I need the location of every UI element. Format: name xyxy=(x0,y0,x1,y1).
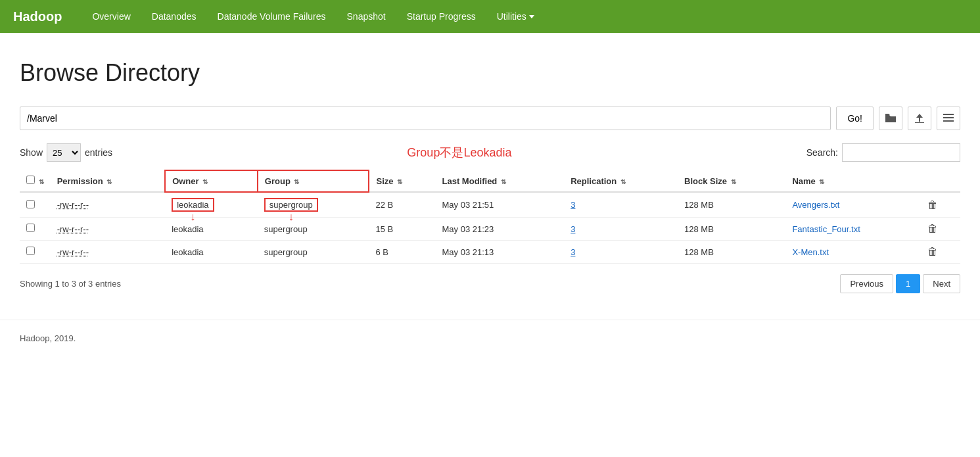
next-button[interactable]: Next xyxy=(923,274,960,293)
col-actions xyxy=(921,170,960,192)
row2-checkbox[interactable] xyxy=(26,224,35,232)
row3-size: 6 B xyxy=(369,241,435,264)
nav-utilities[interactable]: Utilities xyxy=(486,11,548,22)
nav-dvf[interactable]: Datanode Volume Failures xyxy=(207,0,337,33)
row3-checkbox[interactable] xyxy=(26,247,35,255)
col-replication[interactable]: Replication ⇅ xyxy=(564,170,678,192)
row2-checkbox-cell xyxy=(20,218,51,241)
show-entries: Show 25 10 50 100 entries xyxy=(20,143,112,162)
row1-owner: leokadia ↓ xyxy=(165,192,258,218)
row1-lm: May 03 21:51 xyxy=(436,192,565,218)
svg-rect-0 xyxy=(943,114,954,115)
row3-group: supergroup xyxy=(258,241,369,264)
row2-lm: May 03 21:23 xyxy=(436,218,565,241)
footer-text: Hadoop, 2019. xyxy=(20,333,76,343)
select-all-col: ⇅ xyxy=(20,170,51,192)
row3-rep-link[interactable]: 3 xyxy=(571,247,575,257)
row2-size: 15 B xyxy=(369,218,435,241)
row3-owner: leokadia xyxy=(165,241,258,264)
row2-owner: leokadia xyxy=(165,218,258,241)
pagination: Previous 1 Next xyxy=(840,274,960,293)
row1-checkbox-cell xyxy=(20,192,51,218)
sort-icon-owner: ⇅ xyxy=(202,178,208,185)
sort-icon-name: ⇅ xyxy=(819,178,824,185)
utilities-caret-icon xyxy=(529,15,534,18)
nav-snapshot[interactable]: Snapshot xyxy=(337,0,396,33)
folder-open-button[interactable] xyxy=(879,107,902,130)
footer: Hadoop, 2019. xyxy=(0,320,980,356)
row1-rep-link[interactable]: 3 xyxy=(571,200,575,210)
upload-button[interactable] xyxy=(908,107,931,130)
col-name[interactable]: Name ⇅ xyxy=(785,170,921,192)
row2-group: supergroup xyxy=(258,218,369,241)
annotation-text: Group不是Leokadia xyxy=(407,145,511,160)
page-title: Browse Directory xyxy=(20,59,960,87)
file-table: ⇅ Permission ⇅ Owner ⇅ Group ⇅ Size ⇅ xyxy=(20,170,960,264)
row3-lm: May 03 21:13 xyxy=(436,241,565,264)
row1-permission: -rw-r--r-- xyxy=(51,192,166,218)
row2-permission: -rw-r--r-- xyxy=(51,218,166,241)
row1-replication: 3 xyxy=(564,192,678,218)
col-permission[interactable]: Permission ⇅ xyxy=(51,170,166,192)
col-group[interactable]: Group ⇅ xyxy=(258,170,369,192)
row2-file-link[interactable]: Fantastic_Four.txt xyxy=(792,224,860,234)
table-row: -rw-r--r-- leokadia supergroup 6 B May 0… xyxy=(20,241,960,264)
row3-name: X-Men.txt xyxy=(785,241,921,264)
row1-delete-icon[interactable]: 🗑 xyxy=(927,199,938,210)
showing-text: Showing 1 to 3 of 3 entries xyxy=(20,279,121,289)
list-icon xyxy=(943,114,954,123)
sort-icon-check: ⇅ xyxy=(39,178,44,185)
row3-replication: 3 xyxy=(564,241,678,264)
row1-file-link[interactable]: Avengers.txt xyxy=(792,200,839,210)
row2-rep-link[interactable]: 3 xyxy=(571,224,575,234)
page-1-button[interactable]: 1 xyxy=(896,274,920,293)
row3-bs: 128 MB xyxy=(678,241,785,264)
search-box: Search: xyxy=(806,143,960,162)
entries-label: entries xyxy=(85,147,112,158)
row2-bs: 128 MB xyxy=(678,218,785,241)
svg-rect-2 xyxy=(943,120,954,122)
entries-select[interactable]: 25 10 50 100 xyxy=(47,143,81,162)
row2-replication: 3 xyxy=(564,218,678,241)
nav-startup[interactable]: Startup Progress xyxy=(396,0,486,33)
search-label: Search: xyxy=(806,147,838,158)
row1-group: supergroup ↓ xyxy=(258,192,369,218)
path-bar: Go! xyxy=(20,107,960,130)
col-block-size[interactable]: Block Size ⇅ xyxy=(678,170,785,192)
svg-rect-1 xyxy=(943,117,954,118)
sort-icon-group: ⇅ xyxy=(294,178,299,185)
row3-delete: 🗑 xyxy=(921,241,960,264)
sort-icon-rep: ⇅ xyxy=(620,178,626,185)
pagination-row: Showing 1 to 3 of 3 entries Previous 1 N… xyxy=(20,274,960,293)
row2-name: Fantastic_Four.txt xyxy=(785,218,921,241)
list-button[interactable] xyxy=(937,107,960,130)
go-button[interactable]: Go! xyxy=(836,107,874,130)
row3-delete-icon[interactable]: 🗑 xyxy=(927,246,938,257)
show-label: Show xyxy=(20,147,43,158)
row3-file-link[interactable]: X-Men.txt xyxy=(792,247,829,257)
col-last-modified[interactable]: Last Modified ⇅ xyxy=(436,170,565,192)
controls-row: Show 25 10 50 100 entries Group不是Leokadi… xyxy=(20,143,960,162)
row2-delete-icon[interactable]: 🗑 xyxy=(927,223,938,234)
table-row: -rw-r--r-- leokadia supergroup 15 B May … xyxy=(20,218,960,241)
upload-icon xyxy=(914,113,925,124)
previous-button[interactable]: Previous xyxy=(840,274,893,293)
col-size[interactable]: Size ⇅ xyxy=(369,170,435,192)
row1-checkbox[interactable] xyxy=(26,200,35,208)
nav-overview[interactable]: Overview xyxy=(82,0,141,33)
select-all-checkbox[interactable] xyxy=(26,176,35,184)
col-owner[interactable]: Owner ⇅ xyxy=(165,170,258,192)
sort-icon-lm: ⇅ xyxy=(501,178,506,185)
sort-icon-size: ⇅ xyxy=(397,178,402,185)
search-input[interactable] xyxy=(842,143,960,162)
folder-open-icon xyxy=(885,113,897,124)
row1-name: Avengers.txt xyxy=(785,192,921,218)
brand-logo[interactable]: Hadoop xyxy=(13,9,62,24)
path-input[interactable] xyxy=(20,107,831,130)
row1-size: 22 B xyxy=(369,192,435,218)
sort-icon-bs: ⇅ xyxy=(731,178,736,185)
nav-datanodes[interactable]: Datanodes xyxy=(141,0,207,33)
row1-bs: 128 MB xyxy=(678,192,785,218)
row3-permission: -rw-r--r-- xyxy=(51,241,166,264)
row1-delete: 🗑 xyxy=(921,192,960,218)
